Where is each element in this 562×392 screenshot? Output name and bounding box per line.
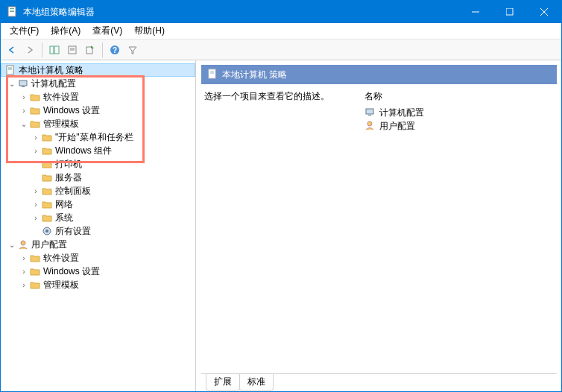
svg-rect-3: [10, 11, 14, 12]
tree-server[interactable]: 服务器: [1, 171, 195, 184]
tree-user-admin[interactable]: › 管理模板: [1, 278, 195, 291]
tree-panel[interactable]: 本地计算机 策略 ⌄ 计算机配置 › 软件设置 › Windows 设置 ⌄ 管…: [1, 60, 196, 391]
tree-label: Windows 组件: [55, 145, 112, 157]
chevron-right-icon[interactable]: ›: [19, 279, 29, 290]
detail-header: 本地计算机 策略: [201, 65, 557, 84]
svg-rect-16: [7, 66, 13, 75]
tree-label: 控制面板: [55, 185, 91, 197]
export-button[interactable]: [82, 42, 98, 58]
tab-extended[interactable]: 扩展: [206, 374, 240, 391]
folder-icon: [29, 104, 41, 116]
help-button[interactable]: ?: [107, 42, 123, 58]
chevron-down-icon[interactable]: ⌄: [7, 78, 17, 89]
tree-software-settings[interactable]: › 软件设置: [1, 90, 195, 104]
show-hide-tree-button[interactable]: [46, 42, 63, 58]
tree-label: Windows 设置: [43, 104, 100, 117]
folder-icon: [41, 198, 53, 210]
tree-windows-components[interactable]: › Windows 组件: [1, 144, 195, 157]
svg-rect-20: [22, 86, 25, 87]
tree-label: 管理模板: [43, 279, 79, 291]
policy-icon: [207, 69, 218, 81]
folder-icon: [29, 91, 41, 103]
folder-icon: [41, 185, 53, 197]
chevron-down-icon[interactable]: ⌄: [7, 239, 17, 250]
chevron-right-icon[interactable]: ›: [31, 145, 41, 156]
chevron-right-icon[interactable]: ›: [31, 212, 41, 223]
tree-network[interactable]: › 网络: [1, 197, 195, 211]
close-button[interactable]: [527, 1, 561, 23]
tree-admin-templates[interactable]: ⌄ 管理模板: [1, 117, 195, 130]
svg-point-23: [21, 241, 25, 245]
tree-printers[interactable]: 打印机: [1, 157, 195, 171]
user-icon: [17, 238, 29, 250]
tree-start-taskbar[interactable]: › "开始"菜单和任务栏: [1, 130, 195, 144]
filter-button[interactable]: [124, 42, 141, 58]
svg-rect-24: [209, 69, 215, 78]
tree-label: 网络: [55, 198, 73, 211]
tab-standard[interactable]: 标准: [239, 374, 274, 391]
forward-button[interactable]: [22, 42, 38, 58]
tree-user-software[interactable]: › 软件设置: [1, 251, 195, 265]
toolbar: ?: [1, 39, 561, 60]
svg-point-22: [45, 230, 48, 233]
toolbar-separator: [42, 42, 42, 57]
svg-rect-9: [54, 46, 59, 54]
app-icon: [7, 6, 19, 18]
tree-windows-settings[interactable]: › Windows 设置: [1, 104, 195, 117]
svg-rect-28: [368, 115, 371, 116]
tree-root[interactable]: 本地计算机 策略: [1, 63, 195, 77]
folder-icon: [41, 171, 53, 183]
properties-button[interactable]: [64, 42, 80, 58]
tree-label: 服务器: [55, 171, 82, 184]
tree-user-config[interactable]: ⌄ 用户配置: [1, 238, 195, 251]
view-tabs: 扩展 标准: [201, 373, 557, 391]
chevron-right-icon[interactable]: ›: [19, 266, 29, 276]
maximize-button[interactable]: [493, 1, 527, 23]
user-icon: [364, 120, 376, 132]
detail-panel: 本地计算机 策略 选择一个项目来查看它的描述。 名称 计算机配置 用户配置 扩展…: [196, 60, 561, 391]
titlebar: 本地组策略编辑器: [1, 1, 561, 23]
tree-label: 系统: [55, 212, 73, 224]
description-column: 选择一个项目来查看它的描述。: [201, 87, 361, 373]
tree-user-windows[interactable]: › Windows 设置: [1, 265, 195, 278]
list-item-user-config[interactable]: 用户配置: [364, 119, 554, 133]
chevron-right-icon[interactable]: ›: [19, 92, 29, 102]
folder-icon: [29, 252, 41, 264]
svg-text:?: ?: [113, 46, 117, 54]
tree-computer-config[interactable]: ⌄ 计算机配置: [1, 77, 195, 90]
back-button[interactable]: [4, 42, 20, 58]
chevron-right-icon[interactable]: ›: [31, 186, 41, 196]
column-header-name[interactable]: 名称: [364, 90, 554, 103]
tree-system[interactable]: › 系统: [1, 211, 195, 224]
tree-label: "开始"菜单和任务栏: [55, 131, 133, 144]
computer-icon: [364, 107, 376, 118]
toolbar-separator: [102, 42, 103, 57]
folder-icon: [41, 158, 53, 170]
tree-label: Windows 设置: [43, 265, 100, 278]
folder-icon: [41, 145, 53, 157]
settings-icon: [41, 225, 53, 237]
tree-all-settings[interactable]: 所有设置: [1, 224, 195, 238]
menu-action[interactable]: 操作(A): [45, 22, 86, 39]
computer-icon: [17, 78, 29, 89]
list-item-computer-config[interactable]: 计算机配置: [364, 106, 554, 119]
tree-label: 打印机: [55, 158, 82, 171]
menu-file[interactable]: 文件(F): [4, 22, 45, 39]
tree-label: 用户配置: [31, 238, 67, 251]
chevron-right-icon[interactable]: ›: [19, 105, 29, 116]
tree-control-panel[interactable]: › 控制面板: [1, 184, 195, 197]
chevron-right-icon[interactable]: ›: [19, 253, 29, 263]
chevron-down-icon[interactable]: ⌄: [19, 118, 29, 129]
svg-rect-19: [19, 80, 27, 86]
list-item-label: 用户配置: [379, 120, 415, 133]
svg-rect-2: [10, 10, 14, 10]
chevron-right-icon[interactable]: ›: [31, 132, 41, 142]
window-title: 本地组策略编辑器: [23, 6, 458, 19]
svg-rect-5: [506, 8, 513, 15]
menu-view[interactable]: 查看(V): [86, 22, 128, 39]
folder-icon: [29, 279, 41, 291]
chevron-right-icon[interactable]: ›: [31, 199, 41, 209]
svg-rect-27: [366, 109, 373, 114]
menu-help[interactable]: 帮助(H): [128, 22, 171, 39]
minimize-button[interactable]: [458, 1, 493, 23]
